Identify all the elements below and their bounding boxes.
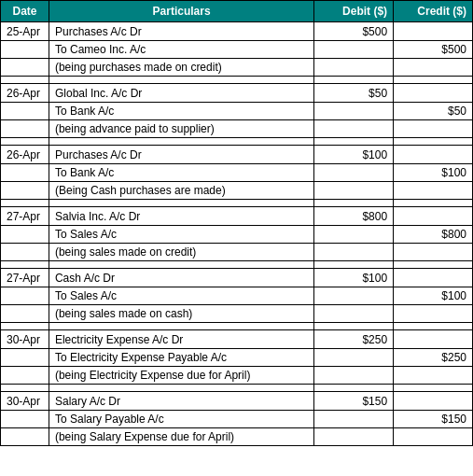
debit-cell xyxy=(314,182,394,200)
date-cell: 30-Apr xyxy=(1,392,49,411)
particulars-cell: Cash A/c Dr xyxy=(49,269,313,287)
particulars-cell: Salary A/c Dr xyxy=(49,392,313,411)
particulars-cell: To Bank A/c xyxy=(49,164,313,182)
particulars-cell: (being sales made on cash) xyxy=(49,305,313,323)
credit-cell: $800 xyxy=(394,226,473,244)
date-cell: 27-Apr xyxy=(1,207,49,226)
particulars-cell: To Sales A/c xyxy=(49,287,313,305)
date-cell xyxy=(1,103,49,120)
spacer-row xyxy=(1,77,473,84)
debit-cell: $100 xyxy=(314,269,394,287)
credit-cell: $100 xyxy=(394,287,473,305)
particulars-cell: Purchases A/c Dr xyxy=(49,146,313,164)
debit-cell: $100 xyxy=(314,146,394,164)
date-cell xyxy=(1,244,49,261)
debit-cell xyxy=(314,120,394,138)
table-row: (being sales made on credit) xyxy=(1,244,473,261)
table-row: (being advance paid to supplier) xyxy=(1,120,473,138)
table-row: (being purchases made on credit) xyxy=(1,59,473,77)
spacer-row xyxy=(1,200,473,207)
header-date: Date xyxy=(1,1,49,22)
debit-cell xyxy=(314,367,394,385)
credit-cell xyxy=(394,269,473,287)
credit-cell: $250 xyxy=(394,349,473,367)
table-row: 25-AprPurchases A/c Dr$500 xyxy=(1,22,473,41)
table-row: To Cameo Inc. A/c$500 xyxy=(1,41,473,59)
credit-cell xyxy=(394,22,473,41)
debit-cell: $250 xyxy=(314,330,394,349)
credit-cell xyxy=(394,305,473,323)
table-row: 26-AprGlobal Inc. A/c Dr$50 xyxy=(1,84,473,103)
spacer-row xyxy=(1,261,473,269)
spacer-row xyxy=(1,385,473,392)
date-cell: 26-Apr xyxy=(1,84,49,103)
date-cell: 25-Apr xyxy=(1,22,49,41)
journal-table: Date Particulars Debit ($) Credit ($) 25… xyxy=(0,0,473,446)
table-row: (being Electricity Expense due for April… xyxy=(1,367,473,385)
date-cell: 27-Apr xyxy=(1,269,49,287)
debit-cell xyxy=(314,103,394,120)
particulars-cell: To Bank A/c xyxy=(49,103,313,120)
date-cell xyxy=(1,41,49,59)
date-cell xyxy=(1,120,49,138)
particulars-cell: (being Electricity Expense due for April… xyxy=(49,367,313,385)
debit-cell: $50 xyxy=(314,84,394,103)
date-cell xyxy=(1,428,49,446)
date-cell xyxy=(1,164,49,182)
debit-cell: $150 xyxy=(314,392,394,411)
credit-cell xyxy=(394,207,473,226)
debit-cell xyxy=(314,164,394,182)
table-row: (being sales made on cash) xyxy=(1,305,473,323)
date-cell xyxy=(1,59,49,77)
particulars-cell: Electricity Expense A/c Dr xyxy=(49,330,313,349)
particulars-cell: Salvia Inc. A/c Dr xyxy=(49,207,313,226)
table-row: (being Salary Expense due for April) xyxy=(1,428,473,446)
particulars-cell: Purchases A/c Dr xyxy=(49,22,313,41)
table-row: 30-AprSalary A/c Dr$150 xyxy=(1,392,473,411)
particulars-cell: To Salary Payable A/c xyxy=(49,411,313,428)
particulars-cell: (being purchases made on credit) xyxy=(49,59,313,77)
table-row: 26-AprPurchases A/c Dr$100 xyxy=(1,146,473,164)
table-row: 27-AprCash A/c Dr$100 xyxy=(1,269,473,287)
credit-cell xyxy=(394,59,473,77)
credit-cell xyxy=(394,84,473,103)
date-cell: 26-Apr xyxy=(1,146,49,164)
table-row: To Electricity Expense Payable A/c$250 xyxy=(1,349,473,367)
credit-cell xyxy=(394,428,473,446)
particulars-cell: To Cameo Inc. A/c xyxy=(49,41,313,59)
debit-cell xyxy=(314,305,394,323)
debit-cell xyxy=(314,411,394,428)
particulars-cell: To Sales A/c xyxy=(49,226,313,244)
debit-cell xyxy=(314,226,394,244)
table-row: To Sales A/c$800 xyxy=(1,226,473,244)
table-row: To Salary Payable A/c$150 xyxy=(1,411,473,428)
debit-cell xyxy=(314,41,394,59)
table-row: 30-AprElectricity Expense A/c Dr$250 xyxy=(1,330,473,349)
date-cell xyxy=(1,367,49,385)
credit-cell xyxy=(394,367,473,385)
table-row: To Bank A/c$100 xyxy=(1,164,473,182)
credit-cell: $100 xyxy=(394,164,473,182)
debit-cell xyxy=(314,349,394,367)
particulars-cell: (being advance paid to supplier) xyxy=(49,120,313,138)
date-cell xyxy=(1,226,49,244)
particulars-cell: Global Inc. A/c Dr xyxy=(49,84,313,103)
particulars-cell: (being Salary Expense due for April) xyxy=(49,428,313,446)
date-cell: 30-Apr xyxy=(1,330,49,349)
credit-cell: $500 xyxy=(394,41,473,59)
spacer-row xyxy=(1,138,473,146)
debit-cell xyxy=(314,287,394,305)
credit-cell xyxy=(394,182,473,200)
credit-cell xyxy=(394,244,473,261)
particulars-cell: To Electricity Expense Payable A/c xyxy=(49,349,313,367)
header-debit: Debit ($) xyxy=(314,1,394,22)
credit-cell xyxy=(394,392,473,411)
header-particulars: Particulars xyxy=(49,1,313,22)
table-row: To Sales A/c$100 xyxy=(1,287,473,305)
particulars-cell: (being sales made on credit) xyxy=(49,244,313,261)
date-cell xyxy=(1,287,49,305)
table-row: 27-AprSalvia Inc. A/c Dr$800 xyxy=(1,207,473,226)
date-cell xyxy=(1,182,49,200)
credit-cell: $50 xyxy=(394,103,473,120)
debit-cell xyxy=(314,428,394,446)
